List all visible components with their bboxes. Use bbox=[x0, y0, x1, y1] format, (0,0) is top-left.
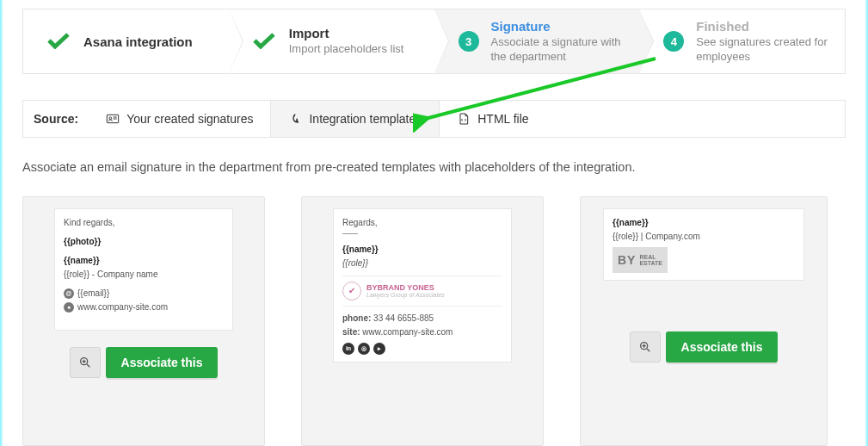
step-finished[interactable]: 4 Finished See signatures created for em… bbox=[639, 9, 845, 73]
tab-html-file[interactable]: HTML file bbox=[440, 101, 545, 137]
associate-button[interactable]: Associate this bbox=[106, 347, 219, 378]
svg-rect-0 bbox=[107, 115, 118, 122]
tab-your-signatures[interactable]: Your created signatures bbox=[89, 101, 270, 137]
template-card: Regards, {{name}} {{role}} ✔ BYBRAND YON… bbox=[301, 196, 544, 446]
at-icon: @ bbox=[64, 288, 74, 299]
file-code-icon bbox=[457, 112, 471, 126]
step-title: Signature bbox=[491, 19, 631, 34]
linkedin-icon: in bbox=[342, 343, 354, 355]
template-cards: Kind regards, {{photo}} {{name}} {{role}… bbox=[22, 196, 846, 446]
tab-integration-templates[interactable]: Integration templates bbox=[270, 101, 440, 137]
check-icon bbox=[47, 28, 70, 55]
svg-point-1 bbox=[109, 117, 112, 120]
tab-label: Your created signatures bbox=[126, 112, 253, 126]
step-title: Finished bbox=[696, 19, 836, 34]
stamp-icon: ✔ bbox=[342, 282, 361, 300]
signature-preview: {{name}} {{role}} | Company.com BY REALE… bbox=[604, 209, 803, 280]
step-asana[interactable]: Asana integration bbox=[23, 9, 229, 73]
step-number-badge: 3 bbox=[459, 31, 479, 52]
template-card: Kind regards, {{photo}} {{name}} {{role}… bbox=[22, 196, 265, 446]
source-label: Source: bbox=[23, 101, 89, 137]
step-title: Asana integration bbox=[83, 34, 193, 49]
helper-text: Associate an email signature in the depa… bbox=[22, 160, 846, 174]
tab-label: HTML file bbox=[477, 112, 528, 126]
logo-badge: BY REALESTATE bbox=[613, 247, 668, 273]
signature-preview: Kind regards, {{photo}} {{name}} {{role}… bbox=[55, 209, 232, 330]
flame-icon bbox=[288, 112, 302, 126]
step-number-badge: 4 bbox=[663, 31, 684, 52]
step-sub: Associate a signature with the departmen… bbox=[491, 35, 631, 65]
tab-label: Integration templates bbox=[309, 112, 422, 126]
source-tabs: Source: Your created signatures Integrat… bbox=[22, 100, 846, 138]
signature-preview: Regards, {{name}} {{role}} ✔ BYBRAND YON… bbox=[334, 209, 511, 362]
wizard-steps: Asana integration Import Import placehol… bbox=[22, 9, 846, 74]
associate-button[interactable]: Associate this bbox=[666, 331, 779, 362]
youtube-icon: ▸ bbox=[373, 343, 385, 355]
template-card: {{name}} {{role}} | Company.com BY REALE… bbox=[580, 196, 828, 446]
step-title: Import bbox=[289, 26, 404, 40]
zoom-button[interactable] bbox=[70, 347, 101, 378]
svg-line-5 bbox=[87, 364, 89, 367]
step-signature[interactable]: 3 Signature Associate a signature with t… bbox=[434, 9, 640, 73]
zoom-button[interactable] bbox=[630, 331, 661, 362]
card-icon bbox=[106, 112, 120, 126]
step-sub: See signatures created for employees bbox=[696, 35, 836, 65]
instagram-icon: ◎ bbox=[358, 343, 370, 355]
check-icon bbox=[253, 28, 275, 55]
step-import[interactable]: Import Import placeholders list bbox=[229, 9, 434, 73]
step-sub: Import placeholders list bbox=[289, 42, 404, 57]
globe-icon: ● bbox=[64, 302, 74, 313]
svg-line-9 bbox=[647, 349, 649, 351]
